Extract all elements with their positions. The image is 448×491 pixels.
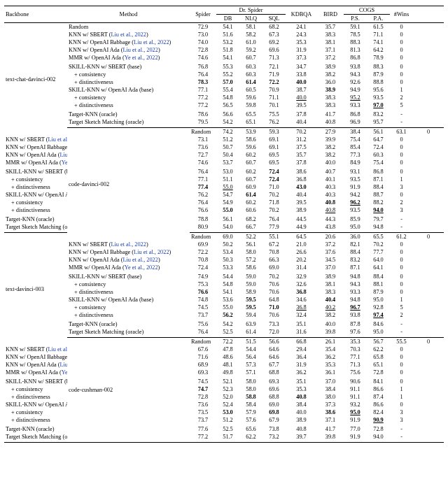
- value-cell: 64.8: [262, 296, 286, 304]
- value-cell: 0: [390, 280, 413, 288]
- value-cell: 77.1: [190, 176, 216, 183]
- value-cell: 77.2: [190, 433, 216, 441]
- value-cell: 70.8: [190, 256, 216, 264]
- value-cell: -: [390, 223, 413, 231]
- value-cell: 5: [390, 304, 413, 311]
- value-cell: -: [390, 328, 413, 336]
- method-cell: Target-KNN (oracle): [67, 111, 190, 118]
- value-cell: 67.9: [262, 416, 286, 424]
- value-cell: 71.8: [262, 199, 286, 206]
- value-cell: 56.6: [262, 338, 286, 346]
- value-cell: 74.2: [216, 128, 239, 136]
- value-cell: 38.9: [317, 273, 344, 280]
- citation-link[interactable]: Liu et al., 2022: [59, 362, 67, 368]
- value-cell: 54.4: [239, 346, 262, 353]
- value-cell: 0: [390, 369, 413, 376]
- citation-link[interactable]: Liu et al., 2022: [122, 47, 158, 53]
- value-cell: 52.5: [216, 328, 239, 336]
- citation-link[interactable]: Ye et al., 2022: [125, 55, 158, 61]
- value-cell: 60.3: [367, 151, 390, 159]
- value-cell: 88.7: [367, 191, 390, 199]
- value-cell: 50.3: [216, 256, 239, 264]
- value-cell: 56.7: [367, 338, 390, 346]
- citation-link[interactable]: Liu et al., 2022: [59, 152, 67, 158]
- value-cell: 95.0: [344, 223, 367, 231]
- value-cell: 55.0: [216, 206, 239, 214]
- value-cell: 72.2: [216, 338, 239, 346]
- value-cell: 0: [390, 31, 413, 38]
- value-cell: 87.8: [344, 320, 367, 328]
- citation-link[interactable]: Ye et al., 2022: [62, 159, 67, 166]
- backbone-cell: code-cushman-002: [67, 338, 190, 443]
- value-cell: 76.4: [190, 168, 216, 176]
- method-cell: + distinctiveness: [67, 311, 190, 319]
- value-cell: 70.6: [262, 311, 286, 319]
- value-cell: 73.3: [262, 320, 286, 328]
- value-cell: 0: [390, 63, 413, 71]
- value-cell: 48.6: [216, 353, 239, 361]
- method-cell: SKILL-KNN w/ OpenAI Ada (base): [67, 86, 190, 94]
- value-cell: 40.8: [286, 425, 317, 433]
- value-cell: 64.6: [262, 353, 286, 361]
- value-cell: 87.9: [367, 71, 390, 78]
- hdr-backbone: Backbone: [4, 6, 67, 23]
- value-cell: 59.3: [262, 128, 286, 136]
- citation-link[interactable]: Liu et al., 2022: [48, 346, 67, 353]
- value-cell: 52.4: [216, 401, 239, 408]
- hdr-drspider: Dr. Spider: [216, 6, 286, 15]
- backbone-cell: text-chat-davinci-002: [4, 23, 67, 136]
- value-cell: 93.3: [344, 101, 367, 109]
- value-cell: 82.4: [367, 408, 390, 416]
- value-cell: 36.2: [286, 369, 317, 376]
- value-cell: 88.3: [344, 38, 367, 46]
- value-cell: 94.8: [344, 296, 367, 304]
- value-cell: 74.7: [190, 385, 216, 393]
- value-cell: 72.4: [190, 264, 216, 271]
- value-cell: 74.5: [190, 378, 216, 385]
- value-cell: 66.3: [262, 256, 286, 264]
- hdr-ps: P.S.: [344, 15, 367, 23]
- value-cell: 38.4: [344, 128, 367, 136]
- value-cell: 95.0: [367, 296, 390, 304]
- citation-link[interactable]: Liu et al., 2022: [111, 31, 146, 38]
- citation-link[interactable]: Liu et al., 2022: [122, 257, 158, 263]
- method-cell: SKILL-KNN w/ OpenAI Ada (base): [67, 296, 190, 304]
- value-cell: 37.3: [286, 54, 317, 62]
- citation-link[interactable]: Liu et al., 2022: [48, 136, 67, 143]
- value-cell: 60.7: [239, 159, 262, 166]
- value-cell: 93.8: [344, 311, 367, 319]
- value-cell: 44.9: [286, 223, 317, 231]
- value-cell: 56.1: [367, 128, 390, 136]
- value-cell: 56.2: [216, 311, 239, 319]
- citation-link[interactable]: Liu et al., 2022: [111, 241, 146, 248]
- value-cell: 53.2: [216, 38, 239, 46]
- value-cell: 0: [390, 288, 413, 296]
- value-cell: 1: [390, 296, 413, 304]
- citation-link[interactable]: Liu et al., 2022: [134, 249, 169, 255]
- value-cell: 0: [390, 38, 413, 46]
- value-cell: 83.2: [344, 256, 367, 264]
- value-cell: 76.4: [190, 199, 216, 206]
- method-cell: + consistency: [67, 94, 190, 101]
- method-cell: MMR w/ OpenAI Ada (Ye et al., 2022): [4, 369, 67, 376]
- value-cell: 54.7: [216, 191, 239, 199]
- value-cell: 68.2: [262, 23, 286, 31]
- value-cell: 78.3: [190, 78, 216, 86]
- citation-link[interactable]: Ye et al., 2022: [125, 264, 158, 271]
- value-cell: 38.3: [317, 31, 344, 38]
- value-cell: 67.2: [262, 241, 286, 248]
- method-cell: Target Sketch Matching (oracle): [4, 433, 67, 441]
- value-cell: -: [390, 433, 413, 441]
- value-cell: 3: [390, 206, 413, 214]
- method-cell: + consistency: [4, 199, 67, 206]
- value-cell: 73.5: [190, 408, 216, 416]
- value-cell: 38.9: [317, 63, 344, 71]
- value-cell: 37.8: [286, 111, 317, 118]
- value-cell: 67.7: [262, 361, 286, 369]
- value-cell: 68.8: [262, 393, 286, 401]
- value-cell: 94.9: [344, 86, 367, 94]
- method-cell: + consistency: [4, 385, 67, 393]
- citation-link[interactable]: Liu et al., 2022: [134, 39, 169, 45]
- value-cell: 71.3: [262, 54, 286, 62]
- citation-link[interactable]: Ye et al., 2022: [62, 369, 67, 376]
